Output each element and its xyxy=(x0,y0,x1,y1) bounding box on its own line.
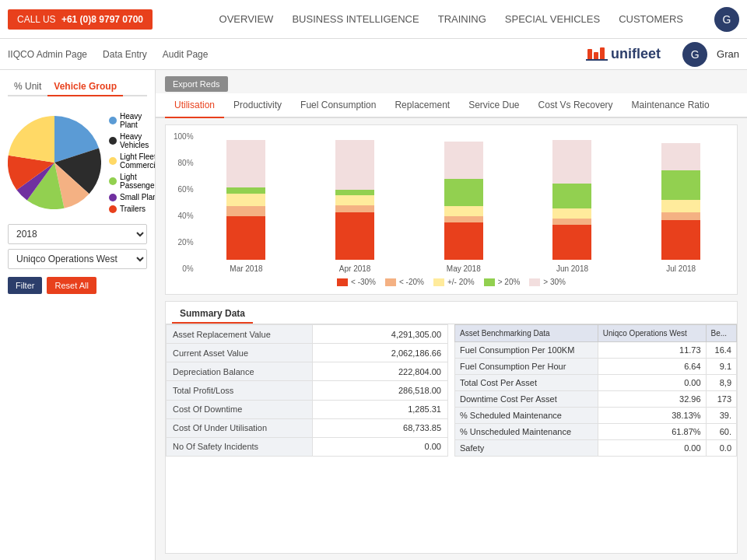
bar-seg-green-jul xyxy=(661,170,700,200)
export-button[interactable]: Export Reds xyxy=(165,76,228,92)
bench-val1-5: 61.87% xyxy=(598,424,706,440)
summary-area: Summary Data Asset Replacement Value 4,2… xyxy=(165,301,738,554)
bench-val2-4: 39. xyxy=(706,408,736,424)
benchmark-header-row: Asset Benchmarking Data Uniqco Operation… xyxy=(455,325,737,342)
location-filter[interactable]: Uniqco Operations West xyxy=(8,249,147,269)
summary-tables: Asset Replacement Value 4,291,305.00 Cur… xyxy=(166,324,737,457)
bar-seg-yellow-may xyxy=(444,206,483,216)
summary-label-5: Cost Of Under Utilisation xyxy=(167,418,313,437)
bar-stack-apr xyxy=(335,135,374,260)
bar-seg-red-mar xyxy=(226,216,265,260)
bar-mar2018: Mar 2018 xyxy=(198,135,295,273)
bench-val2-0: 16.4 xyxy=(706,342,736,359)
chart-legend: < -30% < -20% +/- 20% > 20% xyxy=(174,278,729,286)
data-entry-link[interactable]: Data Entry xyxy=(103,46,147,63)
summary-value-4: 1,285.31 xyxy=(313,400,448,418)
summary-label-6: No Of Safety Incidents xyxy=(167,437,313,456)
tab-unit[interactable]: % Unit xyxy=(8,78,47,96)
legend-label-pm20: +/- 20% xyxy=(447,278,475,286)
bar-stack-mar xyxy=(226,135,265,260)
main-container: % Unit Vehicle Group xyxy=(0,70,747,560)
user-avatar-2[interactable]: G xyxy=(682,42,707,67)
group-tabs: % Unit Vehicle Group xyxy=(8,78,147,96)
admin-link[interactable]: IIQCO Admin Page xyxy=(8,46,87,63)
user-avatar[interactable]: G xyxy=(714,7,739,32)
bench-label-3: Downtime Cost Per Asset xyxy=(455,391,598,408)
reset-button[interactable]: Reset All xyxy=(47,277,96,294)
table-row: Safety 0.00 0.0 xyxy=(455,440,737,457)
bar-may2018: May 2018 xyxy=(416,135,512,273)
benchmark-col-label: Asset Benchmarking Data xyxy=(455,325,598,342)
tab-fuel[interactable]: Fuel Consumption xyxy=(291,93,385,118)
tab-replacement[interactable]: Replacement xyxy=(385,93,459,118)
bench-val1-0: 11.73 xyxy=(598,342,706,359)
bench-val1-3: 32.96 xyxy=(598,391,706,408)
nav-bi[interactable]: BUSINESS INTELLIGENCE xyxy=(292,10,419,28)
bar-seg-pink-jun xyxy=(552,140,591,184)
legend-box-pm20 xyxy=(433,278,444,286)
legend-item-lt30: < -30% xyxy=(337,278,376,286)
legend-dot-heavy-plant xyxy=(109,117,117,124)
summary-label-2: Depreciation Balance xyxy=(167,362,313,381)
bench-val1-4: 38.13% xyxy=(598,408,706,424)
y-100: 100% xyxy=(174,133,194,141)
unifleet-logo-icon xyxy=(586,46,608,63)
bar-seg-red-may xyxy=(444,222,483,260)
call-us-button[interactable]: CALL US +61 (0)8 9797 0700 xyxy=(8,9,153,30)
bench-label-1: Fuel Consumption Per Hour xyxy=(455,359,598,375)
bar-seg-pink-jul xyxy=(661,143,700,170)
tab-service[interactable]: Service Due xyxy=(459,93,528,118)
audit-link[interactable]: Audit Page xyxy=(163,46,209,63)
y-20: 20% xyxy=(174,239,194,247)
bar-label-jul: Jul 2018 xyxy=(666,264,696,273)
filter-button[interactable]: Filter xyxy=(8,277,42,294)
export-bar: Export Reds xyxy=(156,70,747,92)
legend-trailers: Trailers xyxy=(109,205,156,213)
legend-box-lt30 xyxy=(337,278,348,286)
bench-val2-5: 60. xyxy=(706,424,736,440)
legend-dot-small-plant xyxy=(109,194,117,201)
table-row: Cost Of Under Utilisation 68,733.85 xyxy=(167,418,448,437)
tab-productivity[interactable]: Productivity xyxy=(224,93,291,118)
bars-container: Mar 2018 Apr 2018 xyxy=(198,149,729,273)
bar-stack-jul xyxy=(661,135,700,260)
bar-label-may: May 2018 xyxy=(447,264,481,273)
pie-chart xyxy=(8,116,101,209)
bench-label-4: % Scheduled Maintenance xyxy=(455,408,598,424)
nav-overview[interactable]: OVERVIEW xyxy=(219,10,274,28)
legend-heavy-vehicles: Heavy Vehicles xyxy=(109,132,156,149)
bar-jun2018: Jun 2018 xyxy=(524,135,621,273)
legend-dot-light-passenger xyxy=(109,177,117,185)
bar-seg-green-may xyxy=(444,179,483,206)
summary-tab[interactable]: Summary Data xyxy=(172,305,253,324)
summary-value-2: 222,804.00 xyxy=(313,362,448,381)
legend-label-trailers: Trailers xyxy=(120,205,146,213)
bar-seg-yellow-jun xyxy=(552,208,591,219)
bar-seg-red-apr xyxy=(335,212,374,260)
tab-utilisation[interactable]: Utilisation xyxy=(165,93,224,118)
nav-training[interactable]: TRAINING xyxy=(438,10,486,28)
call-us-label: CALL US xyxy=(17,14,56,25)
tab-maintenance[interactable]: Maintenance Ratio xyxy=(622,93,719,118)
bench-val2-3: 173 xyxy=(706,391,736,408)
tab-cost-recovery[interactable]: Cost Vs Recovery xyxy=(529,93,622,118)
content-area: Export Reds Utilisation Productivity Fue… xyxy=(156,70,747,560)
legend-light-fleet: Light Fleet Commercial xyxy=(109,152,156,170)
legend-box-gt30 xyxy=(529,278,540,286)
nav-customers[interactable]: CUSTOMERS xyxy=(619,10,683,28)
bar-seg-pink-apr xyxy=(335,140,374,190)
username: Gran xyxy=(717,48,739,60)
tab-vehicle-group[interactable]: Vehicle Group xyxy=(47,78,123,96)
bench-label-5: % Unscheduled Maintenance xyxy=(455,424,598,440)
summary-tab-bar: Summary Data xyxy=(166,302,737,324)
bar-jul2018: Jul 2018 xyxy=(633,135,729,273)
summary-value-0: 4,291,305.00 xyxy=(313,325,448,344)
bar-seg-pink-mar xyxy=(226,140,265,187)
nav-special-vehicles[interactable]: SPECIAL VEHICLES xyxy=(505,10,600,28)
bar-stack-jun xyxy=(552,135,591,260)
bar-seg-pink-may xyxy=(444,142,483,179)
year-filter[interactable]: 2018 xyxy=(8,224,147,244)
table-row: Depreciation Balance 222,804.00 xyxy=(167,362,448,381)
legend-box-gt20 xyxy=(484,278,495,286)
summary-value-5: 68,733.85 xyxy=(313,418,448,437)
